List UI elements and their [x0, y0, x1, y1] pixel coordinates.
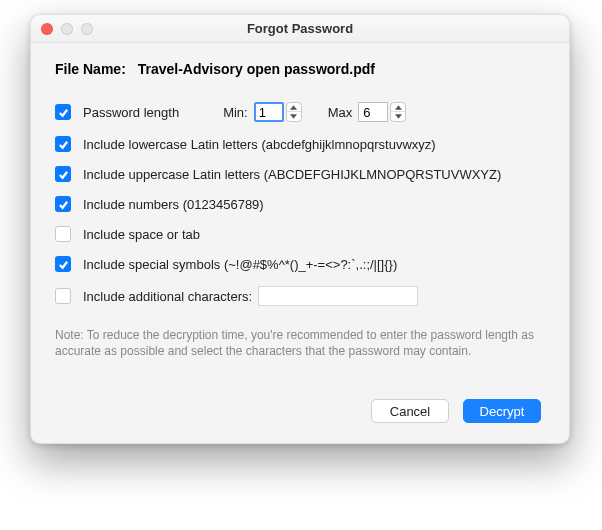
- additional-characters-input[interactable]: [258, 286, 418, 306]
- option-uppercase: Include uppercase Latin letters (ABCDEFG…: [55, 159, 545, 189]
- checkmark-icon: [58, 139, 69, 150]
- svg-marker-3: [395, 114, 402, 118]
- zoom-window-button[interactable]: [81, 23, 93, 35]
- min-length-stepper: [286, 102, 302, 122]
- button-row: Cancel Decrypt: [55, 399, 545, 423]
- checkmark-icon: [58, 169, 69, 180]
- dialog-content: File Name: Travel-Advisory open password…: [31, 43, 569, 443]
- checkmark-icon: [58, 259, 69, 270]
- option-password-length: Password length Min: Max: [55, 95, 545, 129]
- svg-marker-1: [290, 114, 297, 118]
- label-lowercase: Include lowercase Latin letters (abcdefg…: [83, 137, 436, 152]
- password-length-controls: Min: Max: [223, 102, 428, 122]
- file-name-row: File Name: Travel-Advisory open password…: [55, 61, 545, 77]
- max-up-button[interactable]: [391, 103, 405, 112]
- forgot-password-dialog: Forgot Password File Name: Travel-Adviso…: [30, 14, 570, 444]
- close-window-button[interactable]: [41, 23, 53, 35]
- checkbox-special[interactable]: [55, 256, 71, 272]
- checkbox-password-length[interactable]: [55, 104, 71, 120]
- option-special: Include special symbols (~!@#$%^*()_+-=<…: [55, 249, 545, 279]
- svg-marker-0: [290, 105, 297, 109]
- option-additional: Include additional characters:: [55, 279, 545, 313]
- min-length-group: Min:: [223, 102, 302, 122]
- option-numbers: Include numbers (0123456789): [55, 189, 545, 219]
- decrypt-button[interactable]: Decrypt: [463, 399, 541, 423]
- label-password-length: Password length: [83, 105, 179, 120]
- min-down-button[interactable]: [287, 112, 301, 121]
- option-space-tab: Include space or tab: [55, 219, 545, 249]
- max-label: Max: [328, 105, 353, 120]
- label-numbers: Include numbers (0123456789): [83, 197, 264, 212]
- window-title: Forgot Password: [31, 21, 569, 36]
- file-name-label: File Name:: [55, 61, 126, 77]
- checkbox-additional[interactable]: [55, 288, 71, 304]
- file-name-value: Travel-Advisory open password.pdf: [138, 61, 375, 77]
- label-uppercase: Include uppercase Latin letters (ABCDEFG…: [83, 167, 501, 182]
- checkbox-lowercase[interactable]: [55, 136, 71, 152]
- checkmark-icon: [58, 199, 69, 210]
- chevron-up-icon: [395, 105, 402, 110]
- checkbox-space-tab[interactable]: [55, 226, 71, 242]
- traffic-lights: [41, 23, 93, 35]
- chevron-down-icon: [290, 114, 297, 119]
- cancel-button[interactable]: Cancel: [371, 399, 449, 423]
- max-down-button[interactable]: [391, 112, 405, 121]
- label-space-tab: Include space or tab: [83, 227, 200, 242]
- max-length-input[interactable]: [358, 102, 388, 122]
- checkbox-uppercase[interactable]: [55, 166, 71, 182]
- chevron-up-icon: [290, 105, 297, 110]
- note-text: Note: To reduce the decryption time, you…: [55, 327, 545, 359]
- checkbox-numbers[interactable]: [55, 196, 71, 212]
- minimize-window-button[interactable]: [61, 23, 73, 35]
- label-additional: Include additional characters:: [83, 289, 252, 304]
- svg-marker-2: [395, 105, 402, 109]
- cancel-button-label: Cancel: [390, 404, 430, 419]
- option-lowercase: Include lowercase Latin letters (abcdefg…: [55, 129, 545, 159]
- min-length-input[interactable]: [254, 102, 284, 122]
- max-length-stepper: [390, 102, 406, 122]
- chevron-down-icon: [395, 114, 402, 119]
- min-label: Min:: [223, 105, 248, 120]
- min-up-button[interactable]: [287, 103, 301, 112]
- max-length-group: Max: [328, 102, 407, 122]
- decrypt-button-label: Decrypt: [480, 404, 525, 419]
- label-special: Include special symbols (~!@#$%^*()_+-=<…: [83, 257, 397, 272]
- titlebar: Forgot Password: [31, 15, 569, 43]
- checkmark-icon: [58, 107, 69, 118]
